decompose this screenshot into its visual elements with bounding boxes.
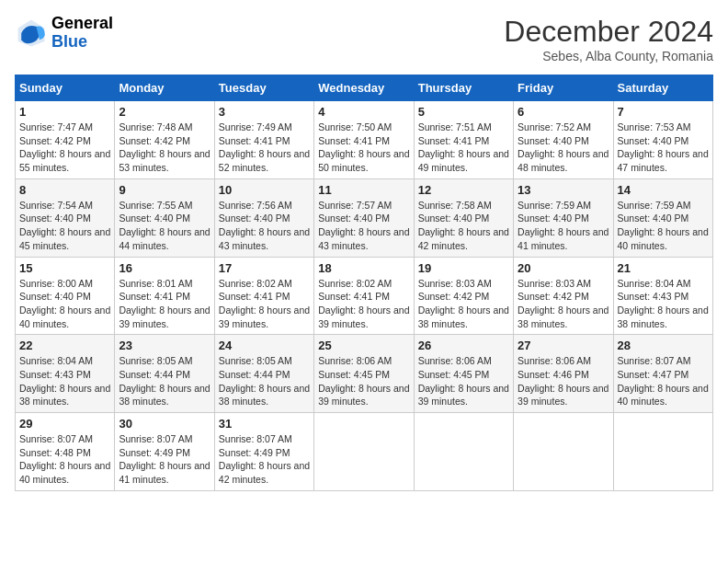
table-row: 25Sunrise: 8:06 AMSunset: 4:45 PMDayligh… bbox=[314, 335, 414, 413]
table-row: 14Sunrise: 7:59 AMSunset: 4:40 PMDayligh… bbox=[613, 178, 712, 257]
day-info: Sunrise: 7:58 AMSunset: 4:40 PMDaylight:… bbox=[418, 199, 509, 253]
page-header: General Blue December 2024 Sebes, Alba C… bbox=[15, 15, 713, 63]
day-info: Sunrise: 7:53 AMSunset: 4:40 PMDaylight:… bbox=[618, 121, 709, 175]
month-title: December 2024 bbox=[504, 15, 713, 49]
col-thursday: Thursday bbox=[414, 75, 513, 101]
day-info: Sunrise: 8:06 AMSunset: 4:45 PMDaylight:… bbox=[318, 354, 409, 408]
table-row: 20Sunrise: 8:03 AMSunset: 4:42 PMDayligh… bbox=[514, 257, 613, 335]
day-info: Sunrise: 7:52 AMSunset: 4:40 PMDaylight:… bbox=[518, 121, 609, 175]
calendar-week-row: 29Sunrise: 8:07 AMSunset: 4:48 PMDayligh… bbox=[16, 413, 713, 491]
day-info: Sunrise: 8:04 AMSunset: 4:43 PMDaylight:… bbox=[19, 354, 110, 408]
day-number: 5 bbox=[418, 105, 509, 119]
day-number: 19 bbox=[418, 261, 509, 275]
table-row bbox=[314, 413, 414, 491]
day-info: Sunrise: 7:54 AMSunset: 4:40 PMDaylight:… bbox=[19, 199, 110, 253]
day-number: 28 bbox=[618, 339, 709, 352]
day-number: 13 bbox=[518, 183, 609, 197]
day-number: 23 bbox=[119, 339, 210, 352]
location: Sebes, Alba County, Romania bbox=[504, 49, 713, 63]
table-row: 27Sunrise: 8:06 AMSunset: 4:46 PMDayligh… bbox=[514, 335, 613, 413]
day-number: 12 bbox=[418, 183, 509, 197]
table-row: 21Sunrise: 8:04 AMSunset: 4:43 PMDayligh… bbox=[613, 257, 712, 335]
table-row: 17Sunrise: 8:02 AMSunset: 4:41 PMDayligh… bbox=[214, 257, 313, 335]
day-info: Sunrise: 7:59 AMSunset: 4:40 PMDaylight:… bbox=[518, 199, 609, 253]
day-info: Sunrise: 8:02 AMSunset: 4:41 PMDaylight:… bbox=[318, 277, 409, 331]
day-number: 9 bbox=[119, 183, 210, 197]
day-number: 15 bbox=[19, 261, 110, 275]
day-number: 1 bbox=[19, 105, 110, 119]
calendar-week-row: 22Sunrise: 8:04 AMSunset: 4:43 PMDayligh… bbox=[16, 335, 713, 413]
table-row: 3Sunrise: 7:49 AMSunset: 4:41 PMDaylight… bbox=[214, 101, 313, 179]
day-number: 2 bbox=[119, 105, 210, 119]
day-number: 14 bbox=[618, 183, 709, 197]
logo-text: General Blue bbox=[51, 15, 113, 52]
table-row bbox=[514, 413, 613, 491]
table-row: 22Sunrise: 8:04 AMSunset: 4:43 PMDayligh… bbox=[16, 335, 115, 413]
calendar-week-row: 8Sunrise: 7:54 AMSunset: 4:40 PMDaylight… bbox=[16, 178, 713, 257]
title-block: December 2024 Sebes, Alba County, Romani… bbox=[504, 15, 713, 63]
table-row: 19Sunrise: 8:03 AMSunset: 4:42 PMDayligh… bbox=[414, 257, 513, 335]
table-row: 13Sunrise: 7:59 AMSunset: 4:40 PMDayligh… bbox=[514, 178, 613, 257]
day-number: 16 bbox=[119, 261, 210, 275]
table-row: 12Sunrise: 7:58 AMSunset: 4:40 PMDayligh… bbox=[414, 178, 513, 257]
col-sunday: Sunday bbox=[16, 75, 115, 101]
table-row: 1Sunrise: 7:47 AMSunset: 4:42 PMDaylight… bbox=[16, 101, 115, 179]
table-row: 28Sunrise: 8:07 AMSunset: 4:47 PMDayligh… bbox=[613, 335, 712, 413]
day-number: 25 bbox=[318, 339, 409, 352]
table-row: 15Sunrise: 8:00 AMSunset: 4:40 PMDayligh… bbox=[16, 257, 115, 335]
day-info: Sunrise: 8:07 AMSunset: 4:47 PMDaylight:… bbox=[618, 354, 709, 408]
calendar-week-row: 15Sunrise: 8:00 AMSunset: 4:40 PMDayligh… bbox=[16, 257, 713, 335]
col-monday: Monday bbox=[115, 75, 214, 101]
day-number: 8 bbox=[19, 183, 110, 197]
table-row: 24Sunrise: 8:05 AMSunset: 4:44 PMDayligh… bbox=[214, 335, 313, 413]
day-number: 27 bbox=[518, 339, 609, 352]
day-number: 26 bbox=[418, 339, 509, 352]
day-number: 22 bbox=[19, 339, 110, 352]
day-number: 31 bbox=[219, 417, 310, 431]
calendar-header-row: Sunday Monday Tuesday Wednesday Thursday… bbox=[16, 75, 713, 101]
col-friday: Friday bbox=[514, 75, 613, 101]
day-info: Sunrise: 8:06 AMSunset: 4:46 PMDaylight:… bbox=[518, 354, 609, 408]
day-info: Sunrise: 8:05 AMSunset: 4:44 PMDaylight:… bbox=[219, 354, 310, 408]
calendar-week-row: 1Sunrise: 7:47 AMSunset: 4:42 PMDaylight… bbox=[16, 101, 713, 179]
day-info: Sunrise: 7:48 AMSunset: 4:42 PMDaylight:… bbox=[119, 121, 210, 175]
day-number: 3 bbox=[219, 105, 310, 119]
table-row: 16Sunrise: 8:01 AMSunset: 4:41 PMDayligh… bbox=[115, 257, 214, 335]
table-row: 8Sunrise: 7:54 AMSunset: 4:40 PMDaylight… bbox=[16, 178, 115, 257]
table-row: 7Sunrise: 7:53 AMSunset: 4:40 PMDaylight… bbox=[613, 101, 712, 179]
day-info: Sunrise: 8:05 AMSunset: 4:44 PMDaylight:… bbox=[119, 354, 210, 408]
day-info: Sunrise: 7:59 AMSunset: 4:40 PMDaylight:… bbox=[618, 199, 709, 253]
table-row: 2Sunrise: 7:48 AMSunset: 4:42 PMDaylight… bbox=[115, 101, 214, 179]
day-info: Sunrise: 8:02 AMSunset: 4:41 PMDaylight:… bbox=[219, 277, 310, 331]
day-info: Sunrise: 8:06 AMSunset: 4:45 PMDaylight:… bbox=[418, 354, 509, 408]
day-number: 10 bbox=[219, 183, 310, 197]
table-row: 11Sunrise: 7:57 AMSunset: 4:40 PMDayligh… bbox=[314, 178, 414, 257]
col-wednesday: Wednesday bbox=[314, 75, 414, 101]
day-number: 4 bbox=[318, 105, 409, 119]
day-number: 30 bbox=[119, 417, 210, 431]
col-tuesday: Tuesday bbox=[214, 75, 313, 101]
day-info: Sunrise: 7:57 AMSunset: 4:40 PMDaylight:… bbox=[318, 199, 409, 253]
day-info: Sunrise: 8:07 AMSunset: 4:49 PMDaylight:… bbox=[119, 432, 210, 487]
day-info: Sunrise: 8:03 AMSunset: 4:42 PMDaylight:… bbox=[418, 277, 509, 331]
day-number: 29 bbox=[19, 417, 110, 431]
day-info: Sunrise: 7:47 AMSunset: 4:42 PMDaylight:… bbox=[19, 121, 110, 175]
day-number: 17 bbox=[219, 261, 310, 275]
day-number: 11 bbox=[318, 183, 409, 197]
day-info: Sunrise: 7:51 AMSunset: 4:41 PMDaylight:… bbox=[418, 121, 509, 175]
day-number: 24 bbox=[219, 339, 310, 352]
day-number: 21 bbox=[618, 261, 709, 275]
day-info: Sunrise: 7:50 AMSunset: 4:41 PMDaylight:… bbox=[318, 121, 409, 175]
day-info: Sunrise: 8:03 AMSunset: 4:42 PMDaylight:… bbox=[518, 277, 609, 331]
logo: General Blue bbox=[15, 15, 113, 52]
table-row: 9Sunrise: 7:55 AMSunset: 4:40 PMDaylight… bbox=[115, 178, 214, 257]
day-info: Sunrise: 7:49 AMSunset: 4:41 PMDaylight:… bbox=[219, 121, 310, 175]
table-row: 6Sunrise: 7:52 AMSunset: 4:40 PMDaylight… bbox=[514, 101, 613, 179]
day-info: Sunrise: 7:56 AMSunset: 4:40 PMDaylight:… bbox=[219, 199, 310, 253]
calendar-table: Sunday Monday Tuesday Wednesday Thursday… bbox=[15, 75, 713, 491]
logo-icon bbox=[15, 17, 48, 50]
day-number: 6 bbox=[518, 105, 609, 119]
day-info: Sunrise: 7:55 AMSunset: 4:40 PMDaylight:… bbox=[119, 199, 210, 253]
table-row bbox=[613, 413, 712, 491]
day-info: Sunrise: 8:01 AMSunset: 4:41 PMDaylight:… bbox=[119, 277, 210, 331]
